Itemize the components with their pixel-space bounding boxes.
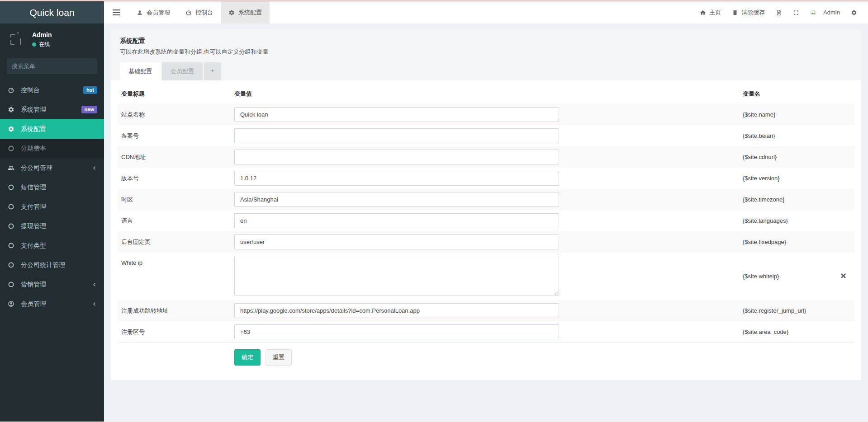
chevron-left-icon [92,282,97,287]
sidebar-item-payment-admin[interactable]: 支付管理 [0,197,104,216]
circle-o-icon [7,242,15,249]
table-row: 站点名称 {$site.name} [118,104,854,125]
sidebar-item-system-admin[interactable]: 系统管理 new [0,100,104,119]
fullscreen-button[interactable] [787,1,805,23]
gear-icon [228,9,235,16]
config-group-tabs: 基础配置 会员配置 + [120,62,852,80]
sidebar-item-payment-type[interactable]: 支付类型 [0,236,104,255]
panel-header: 系统配置 可以在此增改系统的变量和分组,也可以自定义分组和变量 基础配置 会员配… [111,29,861,80]
circle-o-icon [7,203,15,211]
cdn-url-input[interactable] [234,150,559,164]
table-row: 时区 {$site.timezone} [118,189,854,210]
sidebar-item-withdraw-admin[interactable]: 提现管理 [0,216,104,236]
close-icon [841,273,846,278]
beian-input[interactable] [234,128,559,143]
sidebar-item-member-admin[interactable]: 会员管理 [0,294,104,314]
circle-o-icon [7,145,15,152]
col-header-title: 变量标题 [118,84,231,104]
language-switch-button[interactable] [770,1,787,23]
search-input[interactable] [12,63,91,70]
sidebar-item-dashboard[interactable]: 控制台 hot [0,80,104,100]
circle-o-icon [7,223,15,230]
tab-basic-config[interactable]: 基础配置 [120,62,161,80]
sidebar-item-sms-admin[interactable]: 短信管理 [0,178,104,197]
tab-dashboard[interactable]: 控制台 [178,1,221,23]
home-icon [700,9,706,16]
sidebar-item-marketing-admin[interactable]: 营销管理 [0,275,104,294]
clear-cache-link[interactable]: 清除缓存 [726,1,770,23]
avatar-broken-image-icon [810,9,816,16]
tab-member-config[interactable]: 会员配置 [162,62,203,80]
table-row: 备案号 {$site.beian} [118,125,854,146]
submit-button[interactable]: 确定 [234,349,261,366]
reset-button[interactable]: 重置 [266,349,292,366]
panel-body: 变量标题 变量值 变量名 站点名称 {$site.name} [111,80,861,380]
chevron-left-icon [92,165,97,171]
table-row: 语言 {$site.languages} [118,210,854,231]
sidebar-item-system-config[interactable]: 系统配置 [0,119,104,139]
cogs-icon [851,9,857,16]
version-input[interactable] [234,171,559,186]
form-actions-row: 确定 重置 [118,343,854,369]
delete-variable-button[interactable] [840,272,847,281]
expand-icon [793,9,799,16]
app-logo[interactable]: Quick loan [0,1,104,23]
circle-o-icon [7,262,15,269]
tab-member-admin[interactable]: 会员管理 [129,1,178,23]
table-row: 注册成功跳转地址 {$site.register_jump_url} [118,300,854,321]
table-row: 后台固定页 {$site.fixedpage} [118,231,854,253]
user-status: 在线 [32,41,52,48]
hot-badge: hot [83,86,97,94]
area-code-input[interactable] [234,324,559,339]
user-panel: Admin 在线 [0,23,104,56]
page-title: 系统配置 [120,37,852,45]
user-icon [137,9,143,16]
language-input[interactable] [234,213,559,228]
circle-o-icon [7,184,15,191]
add-group-tab[interactable]: + [204,62,221,80]
new-badge: new [81,106,97,113]
home-link[interactable]: 主页 [694,1,726,23]
page-content: 系统配置 可以在此增改系统的变量和分组,也可以自定义分组和变量 基础配置 会员配… [104,23,868,422]
col-header-name: 变量名 [739,84,836,104]
sidebar-search [7,58,97,74]
users-icon [7,164,15,172]
white-ip-textarea[interactable] [234,256,559,295]
system-admin-submenu: 系统配置 分期费率 [0,119,104,158]
user-circle-icon [7,300,15,308]
avatar-broken-image-icon [5,29,26,50]
timezone-input[interactable] [234,192,559,207]
sidebar-item-installment-rate[interactable]: 分期费率 [0,139,104,158]
user-menu[interactable]: Admin [805,1,845,23]
settings-menu-button[interactable] [845,1,863,23]
chevron-left-icon [92,301,97,307]
sidebar-item-branch-admin[interactable]: 分公司管理 [0,158,104,178]
sidebar-toggle-button[interactable] [104,1,129,23]
fixed-page-input[interactable] [234,234,559,249]
online-dot [32,42,36,47]
table-row: White ip {$site.whiteip} [118,253,854,300]
gear-icon [7,126,15,133]
cogs-icon [7,106,15,113]
sidebar-item-branch-stats[interactable]: 分公司统计管理 [0,255,104,275]
app-title: Quick loan [29,7,74,18]
sidebar-menu: 控制台 hot 系统管理 new 系统配置 分期费率 分公司 [0,80,104,422]
tachometer-icon [185,9,192,16]
sidebar: Quick loan Admin 在线 控制台 hot 系统管理 n [0,1,104,422]
site-name-input[interactable] [234,107,559,122]
table-row: CDN地址 {$site.cdnurl} [118,146,854,168]
table-row: 版本号 {$site.version} [118,168,854,189]
page-description: 可以在此增改系统的变量和分组,也可以自定义分组和变量 [120,48,852,56]
config-table: 变量标题 变量值 变量名 站点名称 {$site.name} [118,84,854,368]
user-name: Admin [32,31,52,38]
tab-system-config[interactable]: 系统配置 [221,1,270,23]
navbar-right: 主页 清除缓存 Admin [694,1,868,23]
col-header-value: 变量值 [231,84,739,104]
circle-o-icon [7,281,15,288]
tachometer-icon [7,87,15,94]
language-icon [776,9,782,16]
system-config-panel: 系统配置 可以在此增改系统的变量和分组,也可以自定义分组和变量 基础配置 会员配… [111,29,861,380]
register-jump-url-input[interactable] [234,303,559,318]
search-icon[interactable] [91,63,92,70]
table-row: 注册区号 {$site.area_code} [118,321,854,343]
